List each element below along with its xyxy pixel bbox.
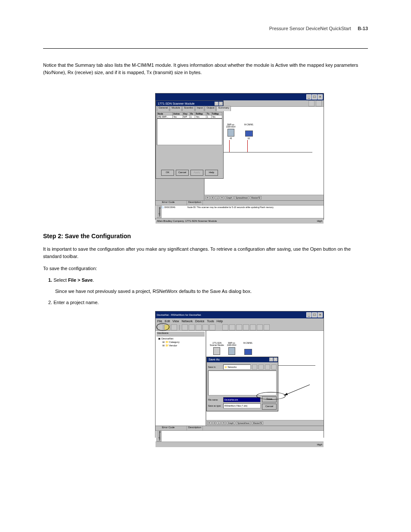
- menu-file[interactable]: File: [157, 320, 162, 323]
- maximize-button[interactable]: □: [312, 94, 317, 100]
- toolbar-net-3[interactable]: [236, 324, 242, 330]
- file-list[interactable]: [208, 370, 277, 395]
- node-mcim[interactable]: M-CIM/M1 62: [244, 124, 253, 140]
- help-button[interactable]: Help: [205, 170, 218, 176]
- dialog-help-button[interactable]: ?: [215, 102, 218, 106]
- tab-scanlist[interactable]: Scanlist: [182, 106, 195, 111]
- canvas-tab-nav4[interactable]: H: [220, 196, 224, 199]
- savein-list-button[interactable]: [265, 364, 270, 370]
- tree-category[interactable]: ⊞ 📁 Category: [156, 340, 205, 343]
- page: Pressure Sensor DeviceNet QuickStart B-1…: [0, 0, 411, 464]
- canvas-tab-masterslave[interactable]: Master/Sl: [250, 196, 262, 199]
- tab-summary[interactable]: Summary: [216, 106, 231, 111]
- msg-col-desc-2: Description: [187, 426, 203, 430]
- messages-tab-2[interactable]: Messages: [156, 430, 162, 442]
- maximize-button[interactable]: □: [312, 312, 317, 317]
- menu-help[interactable]: Help: [217, 320, 223, 323]
- savein-detail-button[interactable]: [271, 364, 277, 370]
- col-rxmap: RxMap: [195, 112, 206, 115]
- cancel-button[interactable]: Cancel: [176, 170, 189, 176]
- canvas-tab-nav4[interactable]: H: [221, 421, 226, 425]
- savein-up-button[interactable]: [252, 364, 257, 370]
- canvas-tool-1[interactable]: [308, 100, 314, 106]
- type-field[interactable]: RSNetWorx Files (*.dnt): [223, 403, 261, 408]
- canvas-tab-masterslave[interactable]: Master/Sl: [252, 421, 263, 425]
- canvas-tab-spreadsheet[interactable]: Spreadsheet: [236, 421, 251, 425]
- node-smp[interactable]: SMP-xx- 2180-0014 45: [226, 124, 236, 140]
- canvas-tab-nav2[interactable]: 4: [212, 421, 216, 425]
- col-active: Active: [172, 112, 183, 115]
- device-icon: [213, 347, 220, 355]
- close-button[interactable]: ×: [318, 94, 323, 100]
- tab-general[interactable]: General: [157, 106, 169, 111]
- toolbar-net-1[interactable]: [222, 324, 228, 330]
- tree-vendor[interactable]: ⊞ 📁 Vendor: [156, 344, 205, 347]
- node-mcim-2[interactable]: M-CIM/M1: [243, 342, 252, 356]
- device-icon: [245, 131, 253, 137]
- cell-rx: 1: [190, 115, 195, 118]
- toolbar-net-6[interactable]: [257, 324, 263, 330]
- canvas-tab-spreadsheet[interactable]: Spreadsheet: [234, 196, 249, 199]
- header-rule: [43, 48, 368, 49]
- status-bar-2: High: [156, 442, 324, 447]
- node-scanner[interactable]: 1771-SDN Scanner Module: [210, 342, 224, 356]
- toolbar-print[interactable]: [182, 324, 188, 330]
- toolbar-net-7[interactable]: [264, 324, 270, 330]
- msg-col-code-2: Error Code: [161, 426, 187, 430]
- dialog-close-button[interactable]: ×: [219, 102, 223, 106]
- filename-field[interactable]: DeviceNet.dnt: [223, 397, 261, 402]
- save-body: Save in: 📁 Networks File name:: [207, 362, 278, 411]
- filename-label: File name:: [208, 398, 222, 401]
- save-button[interactable]: Save: [262, 396, 277, 402]
- node-smp-2[interactable]: SMP-xx- 2180-0014: [227, 342, 237, 356]
- toolbar-cut[interactable]: [189, 324, 195, 330]
- tree-root[interactable]: ▣ DeviceNet: [156, 337, 205, 340]
- summary-blank-area: [157, 118, 222, 145]
- cell-txmap: Yes: [211, 115, 222, 118]
- cell-tx: 1: [206, 115, 212, 118]
- minimize-button[interactable]: _: [306, 312, 311, 317]
- savein-field[interactable]: 📁 Networks: [223, 364, 251, 370]
- menubar: File Edit View Network Device Tools Help: [156, 318, 324, 324]
- device-icon: [227, 129, 234, 137]
- canvas-tab-nav1[interactable]: H: [206, 196, 210, 199]
- canvas-tab-nav2[interactable]: 4: [211, 196, 215, 199]
- save-help-button[interactable]: ?: [269, 358, 273, 361]
- svg-marker-1: [284, 393, 288, 395]
- save-cancel-button[interactable]: Cancel: [262, 404, 277, 410]
- canvas-tab-graph[interactable]: Graph: [225, 196, 234, 199]
- canvas-tool-2[interactable]: [316, 100, 322, 106]
- menu-edit[interactable]: Edit: [165, 320, 170, 323]
- menu-view[interactable]: View: [172, 320, 179, 323]
- close-button[interactable]: ×: [318, 312, 323, 317]
- page-header: Pressure Sensor DeviceNet QuickStart B-1…: [43, 26, 368, 31]
- canvas-tab-graph[interactable]: Graph: [227, 421, 235, 425]
- apply-button[interactable]: Apply: [190, 170, 203, 176]
- canvas-tab-nav3[interactable]: 1: [215, 196, 219, 199]
- messages-tab[interactable]: Messages: [156, 205, 162, 218]
- toolbar-net-4[interactable]: [243, 324, 249, 330]
- ok-button[interactable]: OK: [161, 170, 174, 176]
- canvas-tab-nav3[interactable]: 1: [217, 421, 221, 425]
- menu-network[interactable]: Network: [181, 320, 193, 323]
- step2-heading: Step 2: Save the Configuration: [43, 233, 368, 240]
- toolbar-save[interactable]: [171, 324, 177, 330]
- screenshot-save-as: DeviceNet - RSNetWorx for DeviceNet _ □ …: [155, 311, 324, 438]
- dialog-title: 1771-SDN Scanner Module: [158, 102, 195, 105]
- tab-input[interactable]: Input: [195, 106, 204, 111]
- minimize-button[interactable]: _: [306, 94, 311, 100]
- toolbar-paste[interactable]: [202, 324, 209, 330]
- toolbar-help[interactable]: [209, 324, 215, 330]
- toolbar-net-5[interactable]: [250, 324, 256, 330]
- canvas-tab-nav1[interactable]: H: [207, 421, 212, 425]
- menu-tools[interactable]: Tools: [207, 320, 214, 323]
- save-close-button[interactable]: ×: [274, 358, 277, 361]
- step2-note: Since we have not previously saved a pro…: [55, 289, 368, 294]
- toolbar-net-2[interactable]: [229, 324, 235, 330]
- tab-module[interactable]: Module: [170, 106, 182, 111]
- toolbar-copy[interactable]: [196, 324, 202, 330]
- menu-device[interactable]: Device: [195, 320, 204, 323]
- tab-output[interactable]: Output: [205, 106, 216, 111]
- summary-table: Node Active Key Rx RxMap Tx TxMap [45] S…: [157, 112, 222, 118]
- savein-newfolder-button[interactable]: [258, 364, 264, 370]
